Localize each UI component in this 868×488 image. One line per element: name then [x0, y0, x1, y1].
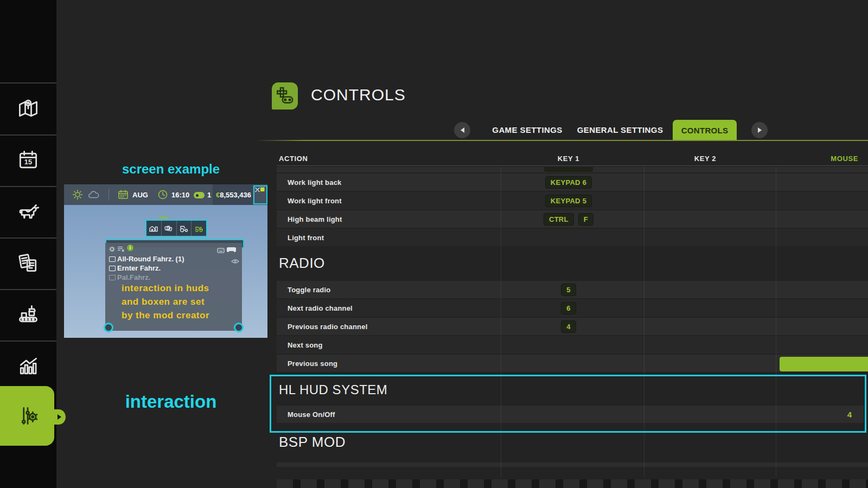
divider: [0, 237, 56, 239]
table-row[interactable]: Previous radio channel 4: [277, 318, 868, 335]
hud-item-label: All-Round Fahrz. (1): [117, 255, 184, 263]
table-row[interactable]: Work light back KEYPAD 6: [277, 174, 868, 191]
sidebar-item-production[interactable]: [16, 303, 40, 326]
column-divider: [776, 167, 776, 477]
settings-sliders-icon: [16, 420, 40, 429]
key1-binding[interactable]: 6: [561, 302, 576, 314]
table-row[interactable]: High beam light CTRL F: [277, 210, 868, 228]
key1-binding[interactable]: F: [578, 213, 593, 226]
sidebar-item-statistics[interactable]: [16, 354, 40, 378]
action-label: Next radio channel: [288, 304, 353, 312]
gear-icon: [108, 245, 116, 255]
checkbox-icon: [109, 275, 116, 280]
header-divider: [277, 165, 868, 166]
action-label: Toggle radio: [288, 286, 330, 294]
vehicle-green-icon: [192, 221, 206, 236]
col-header-action: ACTION: [279, 155, 308, 163]
action-label: Previous song: [288, 359, 337, 368]
tab-game-settings[interactable]: GAME SETTINGS: [492, 125, 562, 134]
mouse-binding-selected[interactable]: [780, 357, 868, 371]
money-value: 8,553,436: [220, 191, 251, 199]
annotation-note-line: interaction in huds: [122, 283, 209, 294]
table-row[interactable]: Next radio channel 6: [277, 299, 868, 317]
gamepad-icon: [272, 99, 296, 108]
resize-handle-icon: [234, 323, 244, 332]
key1-binding[interactable]: 4: [561, 320, 576, 333]
divider: [0, 341, 56, 342]
key1-binding[interactable]: KEYPAD 5: [545, 195, 592, 207]
page-title: CONTROLS: [311, 86, 406, 104]
hud-list-item-dimmed: Pal.Fahrz.: [109, 273, 150, 281]
screen-example-image: AUG 16:10 1 €8,553,436: [64, 184, 267, 338]
calendar-icon: [117, 189, 129, 203]
chevron-right-icon: [58, 414, 61, 420]
column-divider: [501, 167, 501, 477]
resize-handle-icon: [104, 323, 113, 332]
chevron-right-icon: [758, 127, 762, 133]
col-header-mouse: MOUSE: [804, 155, 858, 163]
annotation-screen-example: screen example: [81, 162, 260, 177]
tab-controls[interactable]: CONTROLS: [673, 120, 737, 141]
section-title-bsp-mod: BSP MOD: [279, 434, 346, 451]
hud-panel: All-Round Fahrz. (1) Ernter Fahrz. Pal.F…: [105, 243, 242, 331]
sidebar-item-settings[interactable]: [16, 404, 40, 428]
annotation-note-line: by the mod creator: [122, 310, 209, 321]
checkbox-icon: [109, 256, 116, 262]
game-month: AUG: [132, 191, 148, 199]
sun-icon: [72, 189, 84, 203]
hud-item-label: Ernter Fahrz.: [117, 264, 161, 272]
hud-list-item: Ernter Fahrz.: [109, 264, 161, 272]
divider: [0, 186, 56, 187]
partial-key-badge: [544, 167, 593, 172]
action-label: Work light back: [288, 178, 342, 187]
game-topbar: AUG 16:10 1 €8,553,436: [64, 184, 267, 205]
section-title-radio: RADIO: [279, 255, 325, 272]
key1-binding-modifier[interactable]: CTRL: [544, 213, 574, 226]
controls-screen: 15: [0, 0, 868, 488]
sidebar-item-animals[interactable]: [16, 200, 40, 223]
key1-binding[interactable]: 5: [561, 284, 576, 296]
sidebar-item-map[interactable]: [16, 97, 40, 120]
money-cards-icon: [162, 221, 177, 236]
hud-item-label: Pal.Fahrz.: [117, 273, 150, 281]
table-row[interactable]: Work light front KEYPAD 5: [277, 192, 868, 209]
eye-icon: [231, 256, 239, 266]
map-icon: [16, 113, 40, 122]
money-amount: €8,553,436: [214, 191, 251, 199]
clock-icon: [157, 189, 168, 202]
sidebar-item-calendar[interactable]: 15: [16, 148, 40, 172]
table-row[interactable]: Next song: [277, 336, 868, 354]
table-row[interactable]: Light front: [277, 229, 868, 246]
annotation-corner-highlight: [253, 185, 267, 204]
col-header-key1: KEY 1: [558, 155, 579, 163]
column-divider: [644, 167, 644, 477]
production-icon: [16, 319, 40, 328]
sidebar-item-finances[interactable]: [16, 251, 40, 275]
divider: [108, 189, 109, 201]
barn-icon: [146, 221, 162, 236]
col-header-key2: KEY 2: [694, 155, 716, 163]
tab-general-settings[interactable]: GENERAL SETTINGS: [577, 125, 663, 134]
action-label: Work light front: [288, 197, 342, 205]
hud-list-item: All-Round Fahrz. (1): [109, 255, 184, 263]
list-filter-icon: [117, 245, 125, 255]
game-time: 16:10: [171, 191, 189, 199]
stats-icon: [16, 370, 40, 380]
mouse-binding-value[interactable]: 4: [814, 410, 852, 419]
speed-dot: [196, 194, 199, 197]
action-label: Previous radio channel: [288, 323, 367, 331]
annotation-interaction: interaction: [81, 391, 260, 412]
tabs-next-button[interactable]: [751, 122, 768, 138]
tabs-prev-button[interactable]: [454, 122, 470, 138]
tractor-icon: [177, 221, 192, 236]
checkbox-icon: [109, 266, 116, 271]
documents-icon: [16, 267, 40, 277]
gamepad-icon: [227, 245, 236, 255]
info-icon: [127, 245, 133, 251]
time-speed-icon: [194, 192, 205, 198]
key1-binding[interactable]: KEYPAD 6: [545, 176, 592, 189]
table-row[interactable]: Toggle radio 5: [277, 281, 868, 298]
toolbar-green-tick: [159, 217, 168, 219]
annotation-note-line: and boxen are set: [122, 297, 205, 307]
action-label: Next song: [288, 341, 323, 349]
